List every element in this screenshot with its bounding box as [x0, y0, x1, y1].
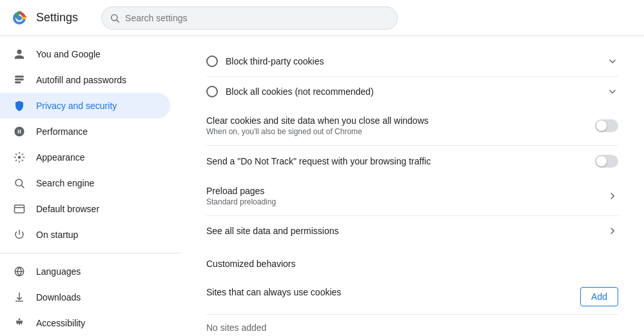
sidebar-item-label-on-startup: On startup [36, 230, 78, 240]
search-input[interactable] [125, 13, 389, 23]
svg-rect-7 [15, 79, 24, 81]
customized-behaviors-header: Customized behaviors [206, 246, 618, 274]
cookie-option-right-block-third-party [607, 55, 618, 67]
sidebar-item-performance[interactable]: Performance [0, 119, 170, 144]
toggle-content-clear-cookies: Clear cookies and site data when you clo… [206, 115, 587, 136]
svg-line-11 [21, 185, 24, 188]
sidebar-item-label-languages: Languages [36, 266, 81, 277]
sidebar-item-label-default-browser: Default browser [36, 204, 99, 214]
toggle-subtitle-clear-cookies: When on, you'll also be signed out of Ch… [206, 127, 587, 136]
behavior-title-always-use-cookies: Sites that can always use cookies [206, 287, 572, 297]
behavior-add-btn-wrapper-always-use-cookies: Add [580, 287, 618, 306]
layout: You and Google Autofill and passwords Pr… [0, 36, 644, 336]
svg-rect-12 [15, 205, 24, 213]
chrome-logo-icon [10, 9, 28, 27]
nav-row-preload-pages[interactable]: Preload pages Standard preloading [206, 177, 618, 216]
toggle-knob-do-not-track [596, 156, 607, 166]
behavior-section-always-use-cookies: Sites that can always use cookies Add No… [206, 274, 618, 336]
appearance-icon [13, 151, 26, 164]
header: Settings [0, 0, 644, 36]
cookie-option-content-block-third-party: Block third-party cookies [226, 56, 599, 66]
sidebar-item-label-privacy: Privacy and security [36, 101, 117, 111]
nav-title-preload-pages: Preload pages [206, 186, 599, 196]
svg-rect-6 [15, 75, 24, 77]
behavior-content-always-use-cookies: Sites that can always use cookies [206, 287, 572, 297]
sidebar-item-label-you-and-google: You and Google [36, 49, 101, 59]
add-button-always-use-cookies[interactable]: Add [580, 287, 618, 306]
cookie-option-block-third-party[interactable]: Block third-party cookies [206, 46, 618, 77]
cookie-option-title-block-all: Block all cookies (not recommended) [226, 86, 599, 97]
svg-line-5 [117, 20, 119, 23]
sidebar: You and Google Autofill and passwords Pr… [0, 36, 181, 336]
person-icon [13, 48, 26, 61]
shield-icon [13, 99, 26, 112]
svg-point-9 [18, 156, 21, 159]
sidebar-item-label-performance: Performance [36, 126, 88, 137]
svg-point-10 [15, 179, 23, 186]
nav-content-preload-pages: Preload pages Standard preloading [206, 186, 599, 206]
browser-icon [13, 203, 26, 215]
behavior-row-always-use-cookies: Sites that can always use cookies Add [206, 279, 618, 315]
search-bar[interactable] [101, 6, 398, 30]
search-icon [110, 13, 120, 23]
cookie-option-right-block-all [607, 86, 618, 97]
svg-point-15 [19, 319, 21, 321]
sidebar-item-default-browser[interactable]: Default browser [0, 196, 170, 222]
sidebar-item-downloads[interactable]: Downloads [0, 284, 170, 310]
sidebar-divider-1 [0, 253, 181, 253]
sidebar-item-appearance[interactable]: Appearance [0, 144, 170, 170]
cookie-option-content-block-all: Block all cookies (not recommended) [226, 86, 599, 97]
nav-right-site-data-permissions [607, 225, 618, 237]
toggle-knob-clear-cookies [596, 121, 607, 131]
gauge-icon [13, 125, 26, 138]
toggle-switch-clear-cookies[interactable] [595, 119, 618, 132]
toggle-right-clear-cookies [595, 119, 618, 132]
toggle-content-do-not-track: Send a "Do Not Track" request with your … [206, 156, 587, 166]
page-title: Settings [36, 11, 78, 25]
sidebar-item-you-and-google[interactable]: You and Google [0, 41, 170, 67]
chevron-down-icon [607, 55, 618, 67]
main-content: Block third-party cookies Block all cook… [181, 36, 644, 336]
nav-right-preload-pages [607, 190, 618, 202]
power-icon [13, 228, 26, 241]
toggle-title-clear-cookies: Clear cookies and site data when you clo… [206, 115, 587, 126]
toggle-title-do-not-track: Send a "Do Not Track" request with your … [206, 156, 587, 166]
svg-point-4 [112, 14, 117, 20]
nav-subtitle-preload-pages: Standard preloading [206, 197, 599, 206]
accessibility-icon [13, 317, 26, 330]
chevron-right-icon [607, 225, 618, 237]
sidebar-item-privacy[interactable]: Privacy and security [0, 93, 170, 119]
sidebar-item-label-autofill: Autofill and passwords [36, 75, 126, 85]
nav-row-site-data-permissions[interactable]: See all site data and permissions [206, 216, 618, 246]
toggle-row-clear-cookies: Clear cookies and site data when you clo… [206, 106, 618, 146]
toggle-right-do-not-track [595, 155, 618, 168]
nav-title-site-data-permissions: See all site data and permissions [206, 226, 599, 236]
cookie-option-title-block-third-party: Block third-party cookies [226, 56, 599, 66]
no-sites-text-always-use-cookies: No sites added [206, 315, 618, 336]
sidebar-item-label-accessibility: Accessibility [36, 318, 85, 328]
sidebar-item-label-appearance: Appearance [36, 152, 85, 163]
chevron-down-icon [607, 86, 618, 97]
nav-content-site-data-permissions: See all site data and permissions [206, 226, 599, 236]
chevron-right-icon [607, 190, 618, 202]
content-area: Block third-party cookies Block all cook… [181, 36, 644, 336]
radio-block-third-party[interactable] [206, 55, 218, 67]
sidebar-item-search-engine[interactable]: Search engine [0, 170, 170, 196]
svg-point-3 [17, 15, 22, 20]
autofill-icon [13, 74, 26, 86]
download-icon [13, 291, 26, 304]
toggle-row-do-not-track: Send a "Do Not Track" request with your … [206, 146, 618, 177]
sidebar-item-accessibility[interactable]: Accessibility [0, 310, 170, 336]
sidebar-item-label-downloads: Downloads [36, 292, 81, 302]
sidebar-item-languages[interactable]: Languages [0, 259, 170, 284]
search-icon [13, 177, 26, 190]
cookie-option-block-all[interactable]: Block all cookies (not recommended) [206, 77, 618, 106]
sidebar-item-on-startup[interactable]: On startup [0, 222, 170, 248]
svg-rect-8 [15, 81, 21, 83]
sidebar-item-autofill[interactable]: Autofill and passwords [0, 67, 170, 93]
sidebar-item-label-search-engine: Search engine [36, 178, 94, 188]
language-icon [13, 265, 26, 278]
toggle-switch-do-not-track[interactable] [595, 155, 618, 168]
radio-block-all[interactable] [206, 86, 218, 97]
